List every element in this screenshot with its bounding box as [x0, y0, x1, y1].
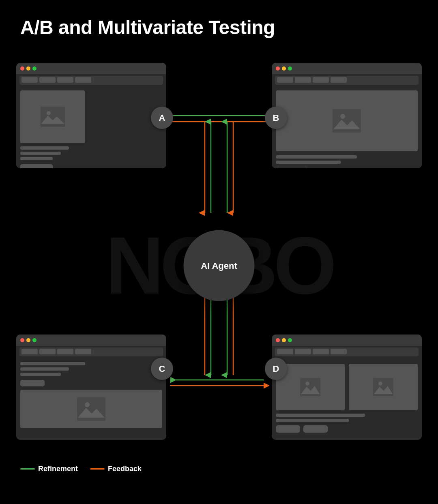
tl-green-a [32, 66, 36, 71]
text-line-c1 [20, 362, 85, 365]
titlebar-c [16, 335, 166, 346]
svg-point-1 [47, 111, 51, 115]
text-line-a2 [20, 152, 61, 155]
content-a [16, 86, 166, 168]
legend-refinement-label: Refinement [38, 465, 78, 473]
btn-d2 [303, 425, 328, 433]
pill2-a [39, 77, 56, 83]
legend-feedback-label: Feedback [108, 465, 142, 473]
svg-point-9 [378, 382, 382, 386]
svg-point-3 [340, 114, 345, 119]
titlebar-b [272, 63, 422, 74]
image-b [276, 90, 418, 151]
node-d-label: D [273, 364, 279, 374]
tl-yellow-c [26, 338, 30, 342]
tl-yellow-b [282, 66, 286, 71]
btn-c [20, 380, 45, 386]
btn-a [20, 164, 53, 168]
text-line-b2 [276, 161, 341, 164]
pill1-b [277, 77, 293, 83]
text-line-a3 [20, 157, 53, 160]
pill4-a [75, 77, 91, 83]
content-d [272, 358, 422, 437]
legend-line-green [20, 468, 35, 470]
page-title: A/B and Multivariate Testing [0, 0, 438, 51]
pill1-d [277, 349, 293, 354]
diagram-container: NOBO [0, 51, 438, 480]
tl-red-c [20, 338, 24, 342]
tl-red-b [276, 66, 280, 71]
text-line-c3 [20, 373, 61, 376]
pill4-b [331, 77, 347, 83]
toolbar-c [19, 347, 163, 356]
browser-window-b [272, 63, 422, 168]
text-line-b1 [276, 155, 357, 159]
content-c [16, 358, 166, 432]
svg-point-5 [85, 402, 90, 407]
titlebar-d [272, 335, 422, 346]
svg-rect-0 [41, 107, 65, 127]
tl-red-d [276, 338, 280, 342]
pill4-c [75, 349, 91, 354]
pill2-b [295, 77, 311, 83]
image-c [20, 390, 162, 428]
browser-window-c [16, 335, 166, 440]
tl-yellow-a [26, 66, 30, 71]
node-c-label: C [159, 364, 165, 374]
node-a-label: A [159, 113, 165, 123]
node-b: B [265, 107, 287, 129]
pill3-a [57, 77, 73, 83]
tl-green-b [288, 66, 292, 71]
pill3-d [313, 349, 329, 354]
toolbar-a [19, 76, 163, 85]
node-b-label: B [273, 113, 279, 123]
node-a: A [151, 107, 173, 129]
titlebar-a [16, 63, 166, 74]
pill2-d [295, 349, 311, 354]
legend: Refinement Feedback [20, 465, 142, 473]
browser-window-a [16, 63, 166, 168]
ai-agent-circle: AI Agent [184, 230, 255, 301]
text-line-d2 [276, 419, 349, 422]
tl-green-d [288, 338, 292, 342]
tl-yellow-d [282, 338, 286, 342]
pill1-a [21, 77, 38, 83]
svg-point-7 [305, 382, 309, 386]
toolbar-d [275, 347, 419, 356]
node-d: D [265, 358, 287, 380]
pill2-c [39, 349, 56, 354]
image-a [20, 90, 85, 143]
browser-window-d [272, 335, 422, 440]
tl-red-a [20, 66, 24, 71]
btn-d1 [276, 425, 300, 433]
tl-green-c [32, 338, 36, 342]
legend-refinement: Refinement [20, 465, 78, 473]
legend-feedback: Feedback [90, 465, 142, 473]
text-line-d1 [276, 414, 365, 417]
node-c: C [151, 358, 173, 380]
ai-agent-label: AI Agent [201, 260, 237, 271]
pill3-c [57, 349, 73, 354]
legend-line-orange [90, 468, 105, 470]
toolbar-b [275, 76, 419, 85]
pill4-d [331, 349, 347, 354]
pill1-c [21, 349, 38, 354]
btn-b [276, 168, 308, 168]
text-line-a1 [20, 146, 69, 150]
image-d2 [349, 364, 418, 410]
pill3-b [313, 77, 329, 83]
text-line-c2 [20, 367, 69, 371]
content-b [272, 86, 422, 168]
